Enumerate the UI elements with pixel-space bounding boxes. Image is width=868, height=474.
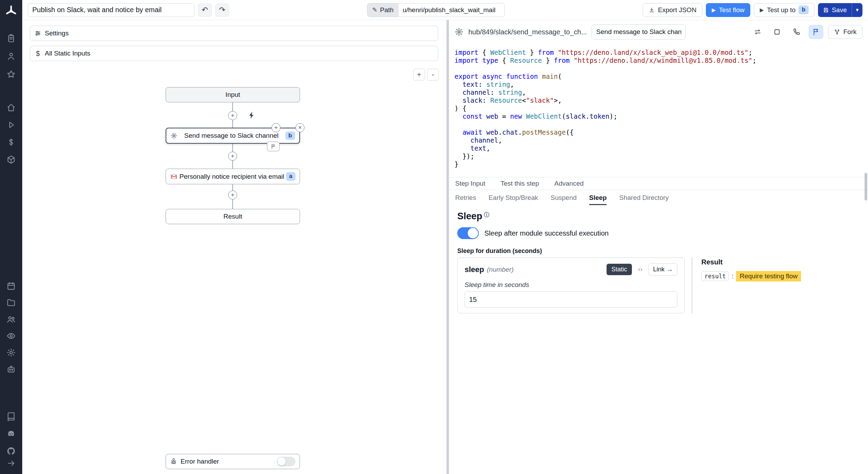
sleep-toggle-label: Sleep after module successful execution [484,229,609,237]
sleep-seconds-input[interactable] [465,291,677,307]
save-split-button[interactable]: Save ▾ [818,3,862,17]
scrollbar-thumb[interactable] [865,173,867,201]
insert-step-button[interactable]: + [228,111,237,120]
flag-icon [270,144,276,149]
redo-icon: ↷ [219,6,225,15]
info-icon[interactable]: ⓘ [484,211,490,222]
sleep-input-card: sleep (number) Static Link → [457,257,685,313]
save-label: Save [832,6,847,14]
tab-sleep[interactable]: Sleep [589,191,607,205]
static-toggle-button[interactable]: Static [607,264,632,275]
export-json-button[interactable]: Export JSON [643,3,702,17]
redo-button[interactable]: ↷ [215,3,229,17]
save-button[interactable]: Save [818,3,852,17]
result-title: Result [701,258,801,266]
code-toggle-button[interactable] [635,267,646,272]
tab-advanced[interactable]: Advanced [554,177,584,190]
expand-arrow-icon[interactable] [7,459,16,468]
fork-button[interactable]: Fork [828,25,862,39]
test-up-to-button[interactable]: ▶ Test up to b [754,3,814,17]
star-icon[interactable] [6,69,16,79]
path-control[interactable]: ✎ Path [367,3,504,17]
step-toolbar: hub/849/slack/send_message_to_ch... [449,20,868,44]
github-icon[interactable] [6,446,16,456]
node-result[interactable]: Result [166,209,300,224]
insert-step-button[interactable]: + [228,152,237,161]
insert-step-button[interactable]: + [228,191,237,200]
audit-eye-icon[interactable] [6,331,16,341]
resources-cube-icon[interactable] [6,155,16,164]
error-handler-toggle[interactable] [277,457,295,466]
sliders-icon [34,30,41,37]
user-icon[interactable] [6,51,16,61]
sleep-toggle[interactable] [457,227,479,239]
node-input[interactable]: Input [166,87,300,102]
undo-button[interactable]: ↶ [198,3,212,17]
zoom-in-button[interactable]: + [413,69,425,81]
static-inputs-bar[interactable]: $ All Static Inputs [30,46,438,61]
home-icon[interactable] [6,103,16,112]
phone-icon [792,28,801,36]
stop-square-button[interactable] [770,25,784,39]
link-button[interactable]: Link → [649,263,677,276]
error-handler-node[interactable]: Error handler [166,454,300,469]
undo-icon: ↶ [202,6,208,15]
flow-title-input[interactable] [28,3,194,17]
test-up-to-badge: b [799,6,808,14]
sleep-section: Sleep ⓘ Sleep after module successful ex… [457,205,860,313]
pencil-icon: ✎ [372,6,377,14]
step-summary-input[interactable] [592,24,686,40]
save-dropdown-button[interactable]: ▾ [852,3,862,17]
flow-editor-pane: Settings $ All Static Inputs + - Input +… [22,20,446,474]
bolt-icon[interactable] [247,111,256,120]
folder-icon[interactable] [6,298,16,307]
field-description: Sleep time in seconds [465,281,677,289]
early-stop-flag-button[interactable] [267,142,279,151]
test-flow-button[interactable]: ▶ Test flow [706,3,750,17]
code-brackets-icon [637,267,643,272]
step-gear-icon [170,132,177,139]
path-label: Path [380,6,394,14]
docs-book-icon[interactable] [6,412,16,421]
play-icon: ▶ [760,7,764,13]
export-icon [649,7,655,13]
tab-step-input[interactable]: Step Input [455,177,485,190]
node-slack-label: Send message to Slack channel [177,132,285,139]
path-input[interactable] [399,3,504,17]
variables-dollar-icon[interactable] [6,137,16,147]
calendar-icon[interactable] [6,281,16,291]
zoom-out-button[interactable]: - [427,69,439,81]
tab-early-stop-break[interactable]: Early Stop/Break [489,191,538,205]
groups-users-icon[interactable] [6,314,16,324]
flag-toggle-button[interactable] [809,25,823,39]
script-path[interactable]: hub/849/slack/send_message_to_ch... [468,28,587,36]
path-edit-segment[interactable]: ✎ Path [367,3,398,17]
node-slack-badge: b [285,132,295,140]
fork-label: Fork [843,28,857,36]
pane-splitter[interactable] [446,20,449,474]
node-email-badge: a [286,172,295,180]
runs-play-icon[interactable] [6,120,16,130]
tab-shared-directory[interactable]: Shared Directory [619,191,669,205]
workers-robot-icon[interactable] [6,364,16,374]
code-editor[interactable]: import { WebClient } from "https://deno.… [454,49,862,168]
windmill-logo[interactable] [4,4,18,18]
tab-test-this-step[interactable]: Test this step [501,177,539,190]
test-flow-label: Test flow [719,6,744,14]
phone-button[interactable] [789,25,804,39]
tab-retries[interactable]: Retries [455,191,476,205]
sync-icon [753,28,762,36]
add-branch-button[interactable]: + [272,123,281,132]
node-email-step[interactable]: Personally notice recipient via email a [166,169,300,184]
settings-gear-icon[interactable] [6,348,16,357]
tab-suspend[interactable]: Suspend [551,191,577,205]
discord-icon[interactable] [6,429,16,439]
delete-step-button[interactable]: × [295,123,304,132]
play-icon: ▶ [712,7,716,13]
left-rail [0,0,22,474]
settings-bar[interactable]: Settings [30,26,438,41]
clipboard-icon[interactable] [6,33,16,43]
test-up-to-label: Test up to [767,6,795,14]
result-panel: Result result : Require testing flow [701,257,801,313]
sync-button[interactable] [750,25,765,39]
